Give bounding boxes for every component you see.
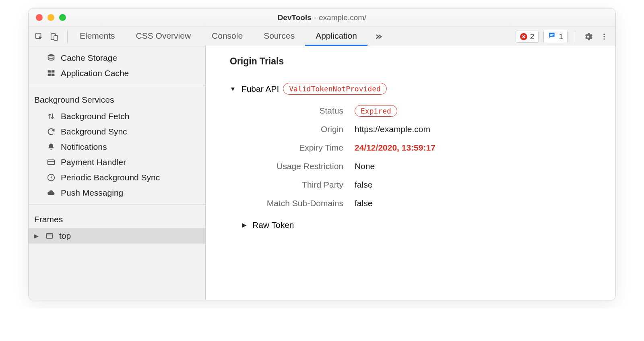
kebab-icon — [600, 33, 608, 41]
sidebar-item-background-sync[interactable]: Background Sync — [29, 124, 205, 139]
svg-point-9 — [48, 54, 54, 57]
label-origin: Origin — [238, 124, 355, 134]
database-icon — [46, 53, 56, 63]
grid-icon — [46, 68, 56, 78]
sidebar-item-push-messaging[interactable]: Push Messaging — [29, 185, 205, 200]
card-icon — [46, 157, 56, 167]
error-icon — [520, 33, 527, 40]
inspect-icon[interactable] — [34, 32, 44, 41]
raw-token-label: Raw Token — [252, 220, 294, 230]
svg-rect-11 — [52, 70, 54, 73]
tab-application[interactable]: Application — [305, 27, 367, 46]
label-expiry: Expiry Time — [238, 143, 355, 153]
message-icon — [548, 31, 556, 41]
sidebar-item-cache-storage[interactable]: Cache Storage — [29, 50, 205, 66]
sidebar-item-payment-handler[interactable]: Payment Handler — [29, 155, 205, 170]
svg-point-7 — [603, 36, 605, 37]
svg-rect-14 — [48, 160, 55, 165]
sidebar-item-label: Notifications — [61, 142, 107, 152]
sync-icon — [46, 127, 56, 136]
titlebar: DevTools - example.com/ — [29, 8, 615, 27]
sidebar-item-notifications[interactable]: Notifications — [29, 139, 205, 155]
sidebar-item-frame-top[interactable]: ▶ top — [29, 228, 205, 244]
tab-css-overview[interactable]: CSS Overview — [126, 27, 202, 46]
value-third-party: false — [355, 180, 372, 190]
trial-status-badge: ValidTokenNotProvided — [283, 83, 387, 95]
row-status: Status Expired — [238, 106, 615, 116]
trial-details: Status Expired Origin https://example.co… — [238, 106, 615, 208]
app-name: DevTools — [278, 13, 312, 22]
sidebar-section-frames: Frames ▶ top — [29, 205, 205, 248]
svg-rect-10 — [48, 70, 51, 73]
row-origin: Origin https://example.com — [238, 124, 615, 134]
tab-sources[interactable]: Sources — [253, 27, 305, 46]
sidebar-item-label: Cache Storage — [61, 53, 117, 63]
window-icon — [45, 231, 54, 241]
sidebar-section-cache: Cache Storage Application Cache — [29, 46, 205, 85]
trial-name: Fubar API — [242, 84, 279, 94]
toolbar-separator — [575, 31, 575, 42]
value-expiry: 24/12/2020, 13:59:17 — [355, 143, 436, 153]
svg-point-5 — [587, 35, 589, 37]
expand-trial-icon[interactable]: ▼ — [230, 85, 236, 92]
value-status: Expired — [355, 106, 397, 116]
minimize-window-button[interactable] — [47, 14, 54, 21]
panel-tabs: Elements CSS Overview Console Sources Ap… — [69, 27, 367, 46]
sidebar-item-label: Background Sync — [61, 127, 127, 136]
clock-icon — [46, 173, 56, 182]
errors-badge[interactable]: 2 — [516, 31, 539, 43]
sidebar-item-label: Background Fetch — [61, 112, 129, 121]
toolbar-right: 2 1 — [516, 30, 610, 43]
sidebar-heading-frames: Frames — [29, 209, 205, 228]
maximize-window-button[interactable] — [59, 14, 66, 21]
sidebar-item-periodic-sync[interactable]: Periodic Background Sync — [29, 170, 205, 185]
sidebar-heading-bg: Background Services — [29, 89, 205, 109]
value-origin: https://example.com — [355, 124, 430, 134]
label-third-party: Third Party — [238, 180, 355, 190]
window-title: DevTools - example.com/ — [278, 13, 367, 22]
arrows-updown-icon — [46, 112, 56, 121]
sidebar: Cache Storage Application Cache Backgrou… — [29, 46, 206, 300]
label-status: Status — [238, 106, 355, 116]
sidebar-item-label: Push Messaging — [61, 188, 123, 198]
toolbar: Elements CSS Overview Console Sources Ap… — [29, 27, 615, 46]
sidebar-item-background-fetch[interactable]: Background Fetch — [29, 109, 205, 124]
row-usage: Usage Restriction None — [238, 161, 615, 171]
sidebar-item-application-cache[interactable]: Application Cache — [29, 66, 205, 81]
tree-expand-icon[interactable]: ▶ — [34, 233, 40, 239]
settings-button[interactable] — [582, 31, 594, 42]
messages-count: 1 — [559, 32, 563, 41]
sidebar-item-label: Payment Handler — [61, 157, 126, 167]
more-options-button[interactable] — [599, 31, 610, 42]
row-expiry: Expiry Time 24/12/2020, 13:59:17 — [238, 143, 615, 153]
sidebar-item-label: top — [59, 231, 71, 241]
errors-count: 2 — [530, 32, 535, 41]
trial-header[interactable]: ▼ Fubar API ValidTokenNotProvided — [230, 83, 615, 95]
main-panel: Origin Trials ▼ Fubar API ValidTokenNotP… — [206, 46, 615, 300]
more-tabs-button[interactable] — [367, 32, 389, 41]
device-toggle-icon[interactable] — [50, 32, 59, 41]
row-third-party: Third Party false — [238, 180, 615, 190]
tab-console[interactable]: Console — [201, 27, 253, 46]
window-url: example.com/ — [319, 13, 366, 22]
close-window-button[interactable] — [36, 14, 43, 21]
gear-icon — [583, 32, 593, 41]
label-usage: Usage Restriction — [238, 161, 355, 171]
messages-badge[interactable]: 1 — [543, 30, 568, 43]
raw-token-row[interactable]: ▶ Raw Token — [242, 220, 615, 230]
tab-elements[interactable]: Elements — [69, 27, 126, 46]
svg-point-8 — [603, 38, 605, 39]
status-pill: Expired — [355, 105, 397, 117]
title-separator: - — [314, 13, 316, 22]
svg-point-6 — [603, 33, 605, 35]
svg-rect-4 — [550, 35, 553, 36]
expand-raw-token-icon[interactable]: ▶ — [242, 221, 247, 229]
bell-icon — [46, 142, 56, 152]
svg-rect-3 — [550, 34, 553, 35]
svg-rect-12 — [48, 74, 51, 76]
svg-rect-2 — [54, 35, 58, 40]
svg-rect-17 — [47, 234, 53, 238]
toolbar-icon-group — [34, 30, 68, 43]
traffic-lights — [36, 14, 66, 21]
cloud-icon — [46, 188, 56, 198]
